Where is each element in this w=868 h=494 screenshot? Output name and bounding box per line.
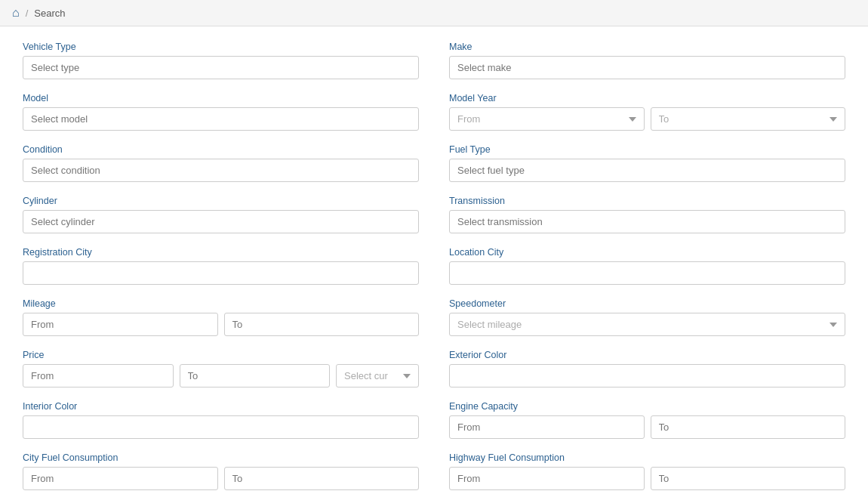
form-grid: Vehicle Type Make Model Model Year From: [23, 42, 845, 494]
price-label: Price: [23, 350, 419, 360]
condition-group: Condition: [23, 144, 419, 182]
interior-color-input[interactable]: [23, 415, 419, 439]
exterior-color-input[interactable]: [449, 364, 845, 387]
price-currency-select[interactable]: Select cur: [336, 364, 419, 387]
make-input[interactable]: [449, 56, 845, 79]
model-input[interactable]: [23, 107, 419, 131]
transmission-group: Transmission: [449, 196, 845, 233]
price-group: Price Select cur: [23, 350, 419, 387]
interior-color-label: Interior Color: [23, 401, 419, 412]
mileage-to-input[interactable]: [224, 313, 420, 336]
mileage-group: Mileage: [23, 298, 419, 336]
condition-input[interactable]: [23, 159, 419, 182]
city-fuel-from-input[interactable]: [23, 467, 218, 490]
condition-label: Condition: [23, 144, 419, 155]
location-city-group: Location City: [449, 247, 845, 285]
highway-fuel-from-input[interactable]: [449, 467, 645, 490]
city-fuel-row: [23, 467, 419, 490]
registration-city-group: Registration City: [23, 247, 419, 285]
location-city-input[interactable]: [449, 261, 845, 285]
model-year-to-wrapper: To: [651, 107, 846, 131]
topbar: ⌂ / Search: [0, 0, 868, 26]
vehicle-type-input[interactable]: [23, 56, 419, 79]
engine-capacity-from-input[interactable]: [449, 415, 645, 439]
highway-fuel-label: Highway Fuel Consumption: [449, 452, 845, 463]
highway-fuel-group: Highway Fuel Consumption: [449, 452, 845, 490]
fuel-type-label: Fuel Type: [449, 144, 845, 155]
model-label: Model: [23, 93, 419, 103]
speedometer-label: Speedometer: [449, 298, 845, 309]
model-year-from-select[interactable]: From: [449, 107, 645, 131]
cylinder-label: Cylinder: [23, 196, 419, 206]
cylinder-group: Cylinder: [23, 196, 419, 233]
model-year-to-select[interactable]: To: [651, 107, 846, 131]
registration-city-label: Registration City: [23, 247, 419, 258]
price-currency-wrapper: Select cur: [336, 364, 419, 387]
model-group: Model: [23, 93, 419, 131]
vehicle-type-label: Vehicle Type: [23, 42, 419, 52]
city-fuel-label: City Fuel Consumption: [23, 452, 419, 463]
price-from-input[interactable]: [23, 364, 174, 387]
mileage-label: Mileage: [23, 298, 419, 309]
make-group: Make: [449, 42, 845, 79]
speedometer-group: Speedometer Select mileage: [449, 298, 845, 336]
engine-capacity-to-input[interactable]: [651, 415, 846, 439]
cylinder-input[interactable]: [23, 210, 419, 233]
engine-capacity-label: Engine Capacity: [449, 401, 845, 412]
registration-city-input[interactable]: [23, 261, 419, 285]
engine-capacity-group: Engine Capacity: [449, 401, 845, 439]
model-year-group: Model Year From To: [449, 93, 845, 131]
city-fuel-to-input[interactable]: [224, 467, 420, 490]
model-year-label: Model Year: [449, 93, 845, 103]
highway-fuel-row: [449, 467, 845, 490]
interior-color-group: Interior Color: [23, 401, 419, 439]
mileage-from-input[interactable]: [23, 313, 218, 336]
home-icon[interactable]: ⌂: [12, 6, 20, 20]
fuel-type-input[interactable]: [449, 159, 845, 182]
engine-capacity-row: [449, 415, 845, 439]
highway-fuel-to-input[interactable]: [651, 467, 846, 490]
model-year-from-wrapper: From: [449, 107, 645, 131]
location-city-label: Location City: [449, 247, 845, 258]
breadcrumb-separator: /: [26, 8, 29, 19]
transmission-label: Transmission: [449, 196, 845, 206]
price-row: Select cur: [23, 364, 419, 387]
exterior-color-label: Exterior Color: [449, 350, 845, 360]
make-label: Make: [449, 42, 845, 52]
speedometer-select[interactable]: Select mileage: [449, 313, 845, 336]
vehicle-type-group: Vehicle Type: [23, 42, 419, 79]
model-year-row: From To: [449, 107, 845, 131]
mileage-range-row: [23, 313, 419, 336]
city-fuel-group: City Fuel Consumption: [23, 452, 419, 490]
fuel-type-group: Fuel Type: [449, 144, 845, 182]
exterior-color-group: Exterior Color: [449, 350, 845, 387]
price-to-input[interactable]: [180, 364, 331, 387]
breadcrumb-current: Search: [34, 8, 65, 19]
transmission-input[interactable]: [449, 210, 845, 233]
main-content: Vehicle Type Make Model Model Year From: [0, 26, 868, 494]
